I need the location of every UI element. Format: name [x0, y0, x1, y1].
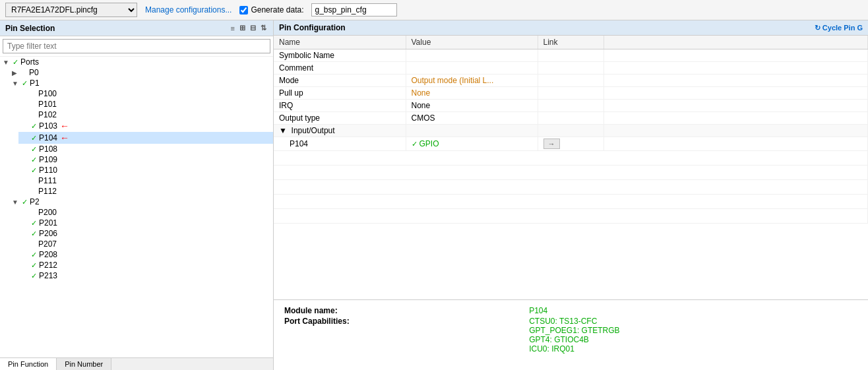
- tree-row-p200[interactable]: P200: [18, 207, 273, 218]
- gpio-check-icon: ✓: [412, 140, 418, 148]
- red-arrow-p104: ←: [60, 133, 69, 143]
- table-row: Comment: [274, 62, 868, 75]
- tree-row-p0[interactable]: ▶ P0: [9, 67, 273, 78]
- manage-configurations-link[interactable]: Manage configurations...: [145, 5, 232, 15]
- tree-row-p103[interactable]: ✓ P103 ←: [18, 120, 273, 132]
- val-pullup[interactable]: None: [406, 87, 538, 100]
- cycle-icon: ↻: [815, 24, 821, 32]
- val-mode[interactable]: Output mode (Initial L...: [406, 75, 538, 87]
- prop-pullup: Pull up: [274, 87, 406, 100]
- node-label-p201: P201: [39, 218, 57, 228]
- node-label-p110: P110: [39, 166, 57, 175]
- node-label-p103: P103: [39, 121, 57, 131]
- cycle-btn-label: Cycle Pin G: [822, 24, 863, 32]
- tab-pin-number[interactable]: Pin Number: [57, 358, 111, 370]
- extra-p104: [604, 137, 868, 151]
- check-p110: ✓: [31, 166, 37, 175]
- tree-row-p102[interactable]: P102: [18, 109, 273, 120]
- expand-icon-ports: ▼: [3, 59, 11, 66]
- col-name: Name: [274, 36, 406, 49]
- tree-row-p110[interactable]: ✓ P110: [18, 165, 273, 175]
- node-label-p212: P212: [39, 261, 57, 270]
- val-irq[interactable]: None: [406, 100, 538, 112]
- extra-output-type: [604, 112, 868, 125]
- table-row-section-io: ▼ Input/Output: [274, 125, 868, 137]
- tree-row-p212[interactable]: ✓ P212: [18, 260, 273, 270]
- cycle-pin-button[interactable]: ↻ Cycle Pin G: [815, 24, 863, 32]
- collapse-all-icon[interactable]: ≡: [230, 24, 236, 33]
- node-label-p200: P200: [38, 208, 57, 217]
- val-p104[interactable]: ✓GPIO: [406, 137, 538, 151]
- tree-container[interactable]: ▼ ✓ Ports ▶ P0 ▼ ✓ P1 P100: [0, 57, 273, 357]
- config-select[interactable]: R7FA2E1A72DFL.pincfg: [5, 3, 137, 17]
- tree-row-ports[interactable]: ▼ ✓ Ports: [0, 57, 273, 67]
- node-label-p104: P104: [39, 133, 57, 142]
- expand-all-icon[interactable]: ⊞: [238, 23, 247, 33]
- link-comment: [538, 62, 604, 75]
- panel-header-icons: ≡ ⊞ ⊟ ⇅: [230, 23, 268, 33]
- tree-row-p1[interactable]: ▼ ✓ P1: [9, 78, 273, 88]
- expand-icon-p1: ▼: [12, 80, 20, 87]
- node-label-p1: P1: [30, 78, 40, 88]
- val-io: [406, 125, 538, 137]
- generate-data-input[interactable]: [311, 3, 397, 16]
- tree-row-p101[interactable]: P101: [18, 99, 273, 109]
- link-p104[interactable]: →: [538, 137, 604, 151]
- section-io: ▼ Input/Output: [274, 125, 406, 137]
- collapse-icon[interactable]: ⊟: [249, 23, 257, 33]
- generate-data-checkbox[interactable]: [239, 6, 248, 15]
- extra-pullup: [604, 87, 868, 100]
- table-row-empty: [274, 180, 868, 195]
- extra-irq: [604, 100, 868, 112]
- config-table: Name Value Link Symbolic Name Comment: [274, 36, 868, 299]
- tree-row-p112[interactable]: P112: [18, 186, 273, 197]
- pin-selection-title: Pin Selection: [5, 24, 55, 33]
- check-p103: ✓: [31, 122, 37, 131]
- col-extra: [604, 36, 868, 49]
- filter-input[interactable]: [3, 39, 270, 53]
- expand-icon-p2: ▼: [12, 199, 20, 206]
- cap-0: CTSU0: TS13-CFC: [529, 317, 857, 326]
- table-row: P104 ✓GPIO →: [274, 137, 868, 151]
- node-label-p108: P108: [39, 144, 57, 154]
- check-p2: ✓: [22, 198, 28, 206]
- tree-row-p108[interactable]: ✓ P108: [18, 144, 273, 154]
- tree-row-p100[interactable]: P100: [18, 88, 273, 99]
- tree-row-p207[interactable]: P207: [18, 239, 273, 249]
- node-label-p213: P213: [39, 271, 57, 280]
- prop-symbolic-name: Symbolic Name: [274, 49, 406, 62]
- tree-row-p111[interactable]: P111: [18, 175, 273, 186]
- tree-row-p208[interactable]: ✓ P208: [18, 249, 273, 260]
- link-pullup: [538, 87, 604, 100]
- tree-row-p213[interactable]: ✓ P213: [18, 270, 273, 281]
- tree-row-p109[interactable]: ✓ P109: [18, 154, 273, 165]
- node-label-p208: P208: [39, 250, 57, 259]
- pin-configuration-title: Pin Configuration: [279, 23, 346, 32]
- prop-comment: Comment: [274, 62, 406, 75]
- sort-icon[interactable]: ⇅: [259, 23, 268, 33]
- table-row-empty: [274, 151, 868, 166]
- tree-row-p201[interactable]: ✓ P201: [18, 218, 273, 228]
- tree-row-p104[interactable]: ✓ P104 ←: [18, 132, 273, 144]
- table-row: IRQ None: [274, 100, 868, 112]
- link-io: [538, 125, 604, 137]
- val-symbolic-name: [406, 49, 538, 62]
- tab-pin-function[interactable]: Pin Function: [0, 358, 57, 370]
- link-arrow-button[interactable]: →: [543, 139, 560, 149]
- bottom-info: Module name: P104 Port Capabilities: CTS…: [274, 299, 868, 370]
- check-p201: ✓: [31, 219, 37, 228]
- port-cap-label: Port Capabilities:: [282, 316, 526, 354]
- section-expand-icon[interactable]: ▼: [279, 126, 287, 135]
- module-name-label: Module name:: [282, 305, 526, 316]
- pin-configuration-header: Pin Configuration ↻ Cycle Pin G: [274, 20, 868, 36]
- top-bar: R7FA2E1A72DFL.pincfg Manage configuratio…: [0, 0, 868, 20]
- extra-comment: [604, 62, 868, 75]
- check-p212: ✓: [31, 261, 37, 270]
- val-comment: [406, 62, 538, 75]
- tree-row-p2[interactable]: ▼ ✓ P2: [9, 197, 273, 207]
- check-p213: ✓: [31, 272, 37, 280]
- module-name-value: P104: [526, 305, 860, 316]
- node-label-ports: Ports: [20, 57, 39, 67]
- val-output-type[interactable]: CMOS: [406, 112, 538, 125]
- tree-row-p206[interactable]: ✓ P206: [18, 228, 273, 239]
